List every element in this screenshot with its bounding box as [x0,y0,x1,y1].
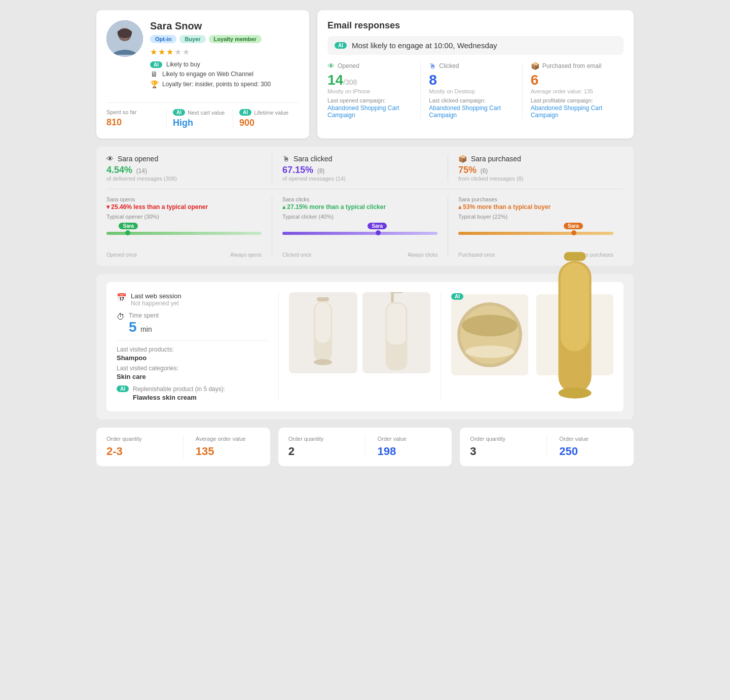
em-clicked-sub: Mostly on Desktop [429,88,514,94]
order-metrics-2: Order quantity 2 Order value 198 [288,436,442,458]
web-icon: 🖥 [150,70,158,78]
em-opened-number: 14/308 [327,72,412,88]
svg-rect-8 [391,293,393,302]
slider-purchases-typical: Typical buyer (22%) [458,214,613,220]
product-img-1 [289,292,357,373]
em-purchased-label: Purchased from email [542,62,602,69]
em-opened-campaign-link[interactable]: Abandoned Shopping Cart Campaign [327,104,412,119]
web-divider [117,340,268,341]
metric-spent-label: Spent so far [106,109,160,115]
stat-opened-label: Sara opened [118,155,158,163]
sara-pill-opens: Sara [119,223,138,229]
dot-clicks [376,230,381,235]
em-clicked-campaign-link[interactable]: Abandoned Shopping Cart Campaign [429,104,514,119]
em-purchased-campaign-link[interactable]: Abandoned Shopping Cart Campaign [531,104,615,119]
web-replenish-info: Replenishable product (in 5 days): Flawl… [133,386,225,401]
em-opened-header: 👁 Opened [327,62,412,70]
attr-likely-buy: AI Likely to buy [150,61,271,68]
web-time-info: Time spent 5 min [129,312,159,335]
slider-clicks-track: Sara [282,223,437,238]
order-qty-label-1: Order quantity [106,436,171,442]
slider-purchases-track: Sara [458,223,613,238]
web-session-value: Not happened yet [131,300,181,307]
slider-opens-ends: Opened once Always opens [106,252,262,258]
order-divider-1 [183,436,184,458]
opens-left-label: Opened once [106,252,137,258]
order-metrics-3: Order quantity 3 Order value 250 [470,436,624,458]
stat-clicked-header: 🖱 Sara clicked [282,155,437,163]
stat-clicked: 🖱 Sara clicked 67.15% (8) of opened mess… [272,155,448,182]
profile-card: Sara Snow Opt-in Buyer Loyalty member ★ … [96,10,309,138]
slider-opens-label: Sara opens [106,196,262,202]
ai-next: AI [173,109,185,116]
ai-lifetime: AI [239,109,251,116]
stars: ★ ★ ★ ★ ★ [150,47,271,57]
track-purchases [458,232,613,235]
em-clicked-label: Clicked [439,62,459,69]
email-clicked: 🖱 Clicked 8 Mostly on Desktop Last click… [421,62,522,119]
stat-opened-header: 👁 Sara opened [106,155,262,163]
metric-lifetime-value: 900 [239,118,293,128]
em-opened-label: Opened [338,62,359,69]
attr-web-channel: 🖥 Likely to engage on Web Channel [150,70,271,78]
order-qty-2: Order quantity 2 [288,436,353,458]
svg-rect-3 [317,297,329,301]
order-divider-2 [365,436,366,458]
em-purchased-header: 📦 Purchased from email [531,62,615,70]
trophy-icon: 🏆 [150,80,158,88]
stat-clicked-count: (8) [317,167,325,174]
order-aov-2: Order value 198 [378,436,442,458]
badge-loyalty: Loyalty member [209,35,262,43]
profile-bottom: Spent so far 810 AI Next cart value High… [106,102,299,128]
profile-attrs: AI Likely to buy 🖥 Likely to engage on W… [150,61,271,88]
calendar-icon: 📅 [117,293,127,302]
clock-icon: ⏱ [117,312,125,322]
svg-rect-7 [389,292,403,293]
clicks-left-label: Clicked once [282,252,311,258]
order-aov-label-1: Average order value [196,436,260,442]
stat-clicked-pct: 67.15% [282,165,313,175]
web-time-attr: ⏱ Time spent 5 min [117,312,268,335]
page-wrapper: Sara Snow Opt-in Buyer Loyalty member ★ … [96,10,634,466]
svg-point-18 [558,388,591,399]
recommended-img-1 [451,294,528,375]
web-categories-value: Skin care [117,373,268,380]
order-aov-label-2: Order value [378,436,442,442]
attr-loyalty: 🏆 Loyalty tier: insider, points to spend… [150,80,271,88]
order-card-3: Order quantity 3 Order value 250 [460,428,634,466]
next-label-text: Next cart value [188,110,225,116]
web-time-label: Time spent [129,312,159,319]
em-opened-sub: Mostly on iPhone [327,88,412,94]
ai-engage-badge: AI [335,42,347,49]
slider-opens-track: Sara [106,223,262,238]
web-time-value: 5 [129,319,137,335]
cursor-icon: 🖱 [429,62,436,70]
badge-optin: Opt-in [150,35,176,43]
top-row: Sara Snow Opt-in Buyer Loyalty member ★ … [96,10,634,138]
attr-likely-buy-text: Likely to buy [166,61,200,68]
slider-clicks-cmp: ▴ 27.15% more than a typical clicker [282,203,437,211]
badge-buyer: Buyer [179,35,205,43]
badges: Opt-in Buyer Loyalty member [150,35,271,43]
email-purchased: 📦 Purchased from email 6 Average order v… [523,62,624,119]
order-qty-label-3: Order quantity [470,436,534,442]
metric-lifetime: AI Lifetime value 900 [233,109,299,128]
web-inner: 📅 Last web session Not happened yet ⏱ Ti… [106,282,624,411]
em-opened-fraction: /308 [343,78,357,86]
web-session-label: Last web session [131,292,181,300]
svg-rect-15 [564,252,586,261]
sara-pill-clicks: Sara [368,223,387,229]
svg-point-13 [462,314,517,336]
stats-top: 👁 Sara opened 4.54% (14) of delivered me… [106,155,624,189]
recommended-img-2 [536,294,613,375]
slider-opens: Sara opens ▾ 25.46% less than a typical … [106,196,272,258]
attr-loyalty-text: Loyalty tier: insider, points to spend: … [162,81,271,88]
slider-purchases-cmp: ▴ 53% more than a typical buyer [458,203,613,211]
em-clicked-number: 8 [429,72,514,88]
star-1: ★ [150,47,157,57]
star-3: ★ [166,47,173,57]
email-metrics: 👁 Opened 14/308 Mostly on iPhone Last op… [327,62,624,119]
attr-web-text: Likely to engage on Web Channel [162,71,253,78]
em-purchased-number: 6 [531,72,615,88]
slider-clicks-label: Sara clicks [282,196,437,202]
